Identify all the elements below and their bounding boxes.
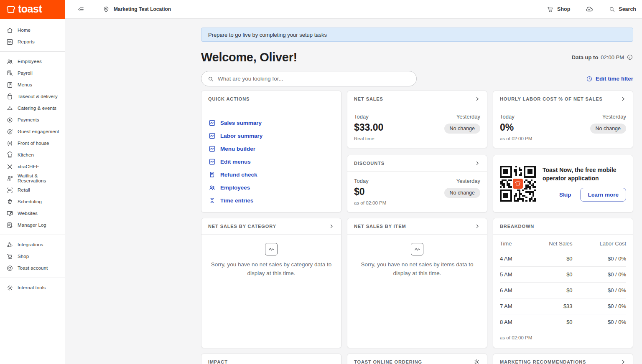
toast-now-text: Toast Now, the free mobile operator appl…	[543, 166, 626, 183]
sidebar-item-manager-log[interactable]: Manager Log	[0, 219, 65, 231]
sidebar-item-front-of-house[interactable]: Front of house	[0, 137, 65, 149]
chart-pulse-icon	[208, 158, 216, 165]
topbar: Marketing Test Location Shop Search	[65, 0, 642, 19]
table-row: 6 AM$0$0 / 0%	[500, 283, 626, 298]
sidebar-item-scheduling[interactable]: Scheduling	[0, 196, 65, 207]
net-sales-value: $33.00	[354, 122, 383, 133]
chevron-right-icon[interactable]	[474, 160, 480, 166]
sidebar-divider	[0, 235, 65, 235]
table-row: 8 AM$0$0 / 0%	[500, 314, 626, 330]
sidebar-divider	[0, 51, 65, 52]
hourly-labor-value: 0%	[500, 122, 532, 133]
toast-logo-text: toast	[18, 4, 42, 15]
quick-action-labor-summary[interactable]: Labor summary	[208, 129, 334, 142]
sidebar-item-payments[interactable]: Payments	[0, 114, 65, 126]
toast-online-ordering-card: TOAST ONLINE ORDERING	[347, 354, 487, 364]
sidebar-item-toast-account[interactable]: Toast account	[0, 262, 65, 274]
scheduling-icon	[6, 198, 13, 205]
chevron-right-icon[interactable]	[474, 223, 480, 229]
data-up-to: Data up to 02:00 PM	[572, 54, 633, 61]
today-label: Today	[354, 178, 386, 184]
sidebar-item-websites[interactable]: Websites	[0, 207, 65, 219]
reports-icon	[6, 38, 13, 46]
refund-receipt-icon	[208, 171, 216, 178]
clock-icon	[586, 76, 593, 82]
sidebar-item-internal-tools[interactable]: Internal tools	[0, 282, 65, 293]
yesterday-label: Yesterday	[444, 114, 480, 120]
discounts-card: DISCOUNTS Today $0 as of 02:00 PM Yester…	[347, 155, 487, 212]
no-change-badge: No change	[590, 124, 626, 134]
waitlist-icon	[6, 175, 13, 182]
breakdown-card: BREAKDOWN Time Net Sales Labor Cost 4 AM	[493, 218, 633, 348]
collapse-sidebar-icon[interactable]	[77, 5, 85, 13]
sidebar-item-waitlist-reservations[interactable]: Waitlist & Reservations	[0, 172, 65, 184]
sidebar: toast Home Reports Employees Payroll Men…	[0, 0, 65, 364]
page-title: Welcome, Oliver!	[201, 51, 297, 64]
menus-icon	[6, 81, 13, 88]
toast-logo[interactable]: toast	[0, 0, 65, 19]
quick-actions-card: QUICK ACTIONS Sales summary Labor summar…	[201, 91, 341, 212]
quick-action-edit-menus[interactable]: Edit menus	[208, 155, 334, 168]
chevron-right-icon[interactable]	[474, 96, 480, 102]
sidebar-item-reports[interactable]: Reports	[0, 36, 65, 48]
gear-icon[interactable]	[473, 359, 480, 364]
quick-action-employees[interactable]: Employees	[208, 181, 334, 194]
empty-state-text: Sorry, you have no net sales by category…	[209, 260, 334, 278]
dashboard-search	[201, 71, 417, 86]
search-input[interactable]	[218, 76, 410, 82]
sidebar-item-xtrachef[interactable]: xtraCHEF	[0, 161, 65, 172]
empty-state-text: Sorry, you have no net sales by items da…	[354, 260, 480, 278]
quick-action-time-entries[interactable]: Time entries	[208, 194, 334, 207]
column-header-net-sales: Net Sales	[525, 235, 573, 251]
sidebar-nav: Home Reports Employees Payroll Menus Tak…	[0, 19, 65, 293]
xtrachef-icon	[6, 163, 13, 170]
breakdown-table: Time Net Sales Labor Cost 4 AM$0$0 / 0% …	[500, 235, 626, 330]
sidebar-item-shop[interactable]: Shop	[0, 250, 65, 262]
table-row: 5 AM$0$0 / 0%	[500, 267, 626, 283]
chevron-right-icon[interactable]	[329, 223, 334, 229]
sidebar-item-retail[interactable]: Retail	[0, 184, 65, 196]
payroll-icon	[6, 70, 13, 77]
shop-cart-icon	[6, 253, 13, 260]
quick-action-menu-builder[interactable]: Menu builder	[208, 142, 334, 155]
sidebar-item-catering-events[interactable]: Catering & events	[0, 102, 65, 114]
qr-code	[500, 166, 536, 202]
card-title: BREAKDOWN	[500, 224, 534, 229]
discounts-sub: as of 02:00 PM	[354, 200, 386, 205]
today-label: Today	[354, 114, 383, 120]
table-row: 7 AM$33$0 / 0%	[500, 298, 626, 314]
net-sales-sub: Real time	[354, 136, 383, 141]
payments-icon	[6, 116, 13, 124]
discounts-value: $0	[354, 186, 386, 197]
card-header: QUICK ACTIONS	[201, 91, 341, 107]
sidebar-item-kitchen[interactable]: Kitchen	[0, 149, 65, 161]
edit-time-filter-button[interactable]: Edit time filter	[586, 76, 633, 82]
card-title: HOURLY LABOR COST % OF NET SALES	[500, 96, 603, 101]
chevron-right-icon[interactable]	[620, 359, 626, 364]
location-selector[interactable]: Marketing Test Location	[102, 5, 171, 13]
internal-tools-icon	[6, 284, 13, 291]
card-title: NET SALES	[354, 96, 383, 101]
shop-button[interactable]: Shop	[547, 6, 570, 13]
marketing-recommendations-card: MARKETING RECOMMENDATIONS	[493, 354, 633, 364]
sidebar-item-integrations[interactable]: Integrations	[0, 239, 65, 250]
quick-action-refund-check[interactable]: Refund check	[208, 168, 334, 181]
sidebar-item-home[interactable]: Home	[0, 24, 65, 36]
card-title: TOAST ONLINE ORDERING	[354, 359, 422, 364]
search-button[interactable]: Search	[609, 6, 636, 13]
sidebar-item-menus[interactable]: Menus	[0, 79, 65, 91]
quick-action-sales-summary[interactable]: Sales summary	[208, 116, 334, 129]
sidebar-item-payroll[interactable]: Payroll	[0, 67, 65, 79]
sidebar-item-employees[interactable]: Employees	[0, 56, 65, 67]
sidebar-item-guest-engagement[interactable]: Guest engagement	[0, 126, 65, 137]
chevron-right-icon[interactable]	[620, 96, 626, 102]
no-change-badge: No change	[444, 188, 480, 198]
info-icon[interactable]	[627, 54, 633, 61]
employees-icon	[6, 58, 13, 65]
skip-button[interactable]: Skip	[559, 192, 571, 198]
takeout-icon	[6, 93, 13, 100]
sidebar-item-takeout-delivery[interactable]: Takeout & delivery	[0, 91, 65, 102]
learn-more-button[interactable]: Learn more	[580, 188, 626, 202]
card-title: QUICK ACTIONS	[208, 96, 250, 101]
sync-status-button[interactable]	[585, 5, 594, 13]
